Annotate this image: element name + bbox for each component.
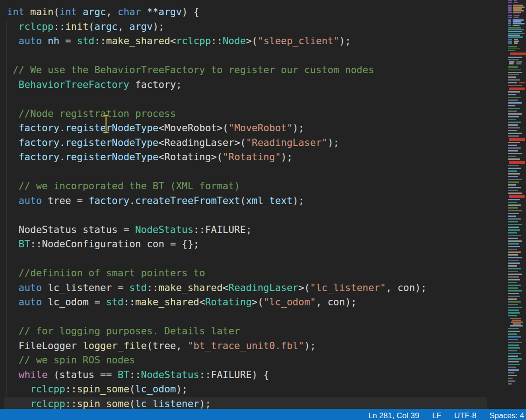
code-line[interactable]: // we incorporated the BT (XML format) xyxy=(0,179,487,194)
code-line[interactable]: auto lc_listener = std::make_shared<Read… xyxy=(0,281,487,296)
code-token: NodeStatus xyxy=(135,224,193,235)
code-token: :: xyxy=(130,369,141,380)
code-token xyxy=(7,369,18,380)
minimap-line xyxy=(508,216,516,217)
minimap-line xyxy=(508,307,522,308)
code-line[interactable]: factory.registerNodeType<MoveRobot>("Mov… xyxy=(0,121,487,136)
code-token: "Rotating" xyxy=(223,152,281,163)
minimap-line xyxy=(514,41,519,42)
code-line[interactable]: int main(int argc, char **argv) { xyxy=(0,5,487,20)
minimap-line xyxy=(508,336,521,338)
code-token: ); xyxy=(339,35,351,47)
minimap-line xyxy=(508,358,522,360)
minimap-line xyxy=(508,232,517,233)
minimap-line xyxy=(508,192,522,194)
code-token: ); xyxy=(327,137,339,148)
code-token: :: xyxy=(124,297,135,308)
code-line[interactable] xyxy=(0,49,487,64)
code-token: while xyxy=(18,369,47,380)
code-line[interactable]: rclcpp::init(argc, argv); xyxy=(0,20,487,35)
status-encoding[interactable]: UTF-8 xyxy=(454,411,476,420)
code-token: spin_some xyxy=(77,398,130,409)
minimap-line xyxy=(509,63,514,64)
minimap-line xyxy=(508,145,517,146)
code-line[interactable]: // We use the BehaviorTreeFactory to reg… xyxy=(0,63,487,78)
code-line[interactable] xyxy=(0,92,487,107)
code-token: argv xyxy=(159,6,182,18)
code-token: factory; xyxy=(130,79,182,90)
code-token xyxy=(7,181,18,192)
code-line[interactable] xyxy=(0,165,487,180)
code-line[interactable]: //Node registration process xyxy=(0,107,487,122)
code-line[interactable]: auto nh = std::make_shared<rclcpp::Node>… xyxy=(0,34,487,49)
minimap-line xyxy=(508,74,519,75)
minimap-line xyxy=(508,331,520,332)
code-token: createTreeFromText xyxy=(135,195,240,206)
code-line[interactable]: auto tree = factory.createTreeFromText(x… xyxy=(0,194,487,209)
code-line[interactable] xyxy=(0,252,487,267)
minimap-line xyxy=(508,94,516,95)
code-token: rclcpp xyxy=(176,35,211,47)
minimap-line xyxy=(508,79,520,81)
code-line[interactable] xyxy=(0,310,487,325)
minimap-line xyxy=(508,46,517,47)
minimap-line xyxy=(508,287,518,289)
minimap-line xyxy=(508,364,520,365)
minimap-line xyxy=(508,156,516,157)
code-token: (tree, xyxy=(147,340,188,351)
code-token: BehaviorTreeFactory xyxy=(18,79,129,90)
code-token: . xyxy=(59,137,65,148)
minimap-line xyxy=(508,210,522,211)
status-cursor-position[interactable]: Ln 281, Col 39 xyxy=(368,411,420,420)
code-line[interactable]: rclcpp::spin_some(lc_odom); xyxy=(0,382,487,397)
code-token xyxy=(7,398,30,409)
minimap-line xyxy=(508,213,519,214)
code-token: rclcpp xyxy=(30,398,65,409)
minimap-line xyxy=(514,2,518,3)
code-line[interactable]: while (status == BT::NodeStatus::FAILURE… xyxy=(0,368,487,383)
minimap-line xyxy=(508,290,522,292)
code-line[interactable]: NodeStatus status = NodeStatus::FAILURE; xyxy=(0,223,487,238)
minimap[interactable] xyxy=(507,0,526,409)
code-token: <ReadingLaser>( xyxy=(159,137,246,148)
minimap-line xyxy=(508,240,522,242)
minimap-line xyxy=(508,176,518,177)
code-token: Node xyxy=(223,35,246,47)
minimap-line xyxy=(508,356,518,357)
status-eol-sequence[interactable]: LF xyxy=(432,411,441,420)
code-line[interactable]: //definiion of smart pointers to xyxy=(0,266,487,281)
code-token: ** xyxy=(141,6,159,18)
code-line[interactable]: factory.registerNodeType<ReadingLaser>("… xyxy=(0,136,487,151)
minimap-line xyxy=(508,238,518,239)
minimap-line xyxy=(508,122,521,123)
code-token: NodeStatus xyxy=(141,369,199,380)
code-line[interactable]: factory.registerNodeType<Rotating>("Rota… xyxy=(0,150,487,165)
minimap-line xyxy=(508,184,516,186)
code-token xyxy=(7,297,18,308)
code-line[interactable]: FileLogger logger_file(tree, "bt_trace_u… xyxy=(0,339,487,354)
code-token: argv xyxy=(130,21,153,32)
code-token xyxy=(7,137,18,148)
minimap-line xyxy=(508,10,512,12)
code-line[interactable] xyxy=(0,208,487,223)
code-line[interactable]: BehaviorTreeFactory factory; xyxy=(0,78,487,93)
code-token: ); xyxy=(293,122,304,134)
code-line[interactable]: BT::NodeConfiguration con = {}; xyxy=(0,237,487,252)
code-area[interactable]: int main(int argc, char **argv) { rclcpp… xyxy=(0,5,487,411)
code-token: make_shared xyxy=(135,297,199,308)
status-indentation[interactable]: Spaces: 4 xyxy=(489,411,524,420)
code-token: "sleep_client" xyxy=(258,35,339,47)
minimap-line xyxy=(508,285,521,286)
minimap-line xyxy=(508,254,518,256)
code-line[interactable]: // we spin ROS nodes xyxy=(0,353,487,368)
minimap-line xyxy=(508,165,519,166)
code-line[interactable]: // for logging purposes. Details later xyxy=(0,324,487,339)
minimap-line xyxy=(508,271,518,272)
minimap-line xyxy=(508,72,522,73)
minimap-line xyxy=(508,153,522,154)
code-line[interactable]: auto lc_odom = std::make_shared<Rotating… xyxy=(0,295,487,310)
code-token: registerNodeType xyxy=(65,137,158,148)
minimap-line xyxy=(516,61,522,63)
code-token: std xyxy=(130,282,147,293)
minimap-line xyxy=(508,99,518,101)
